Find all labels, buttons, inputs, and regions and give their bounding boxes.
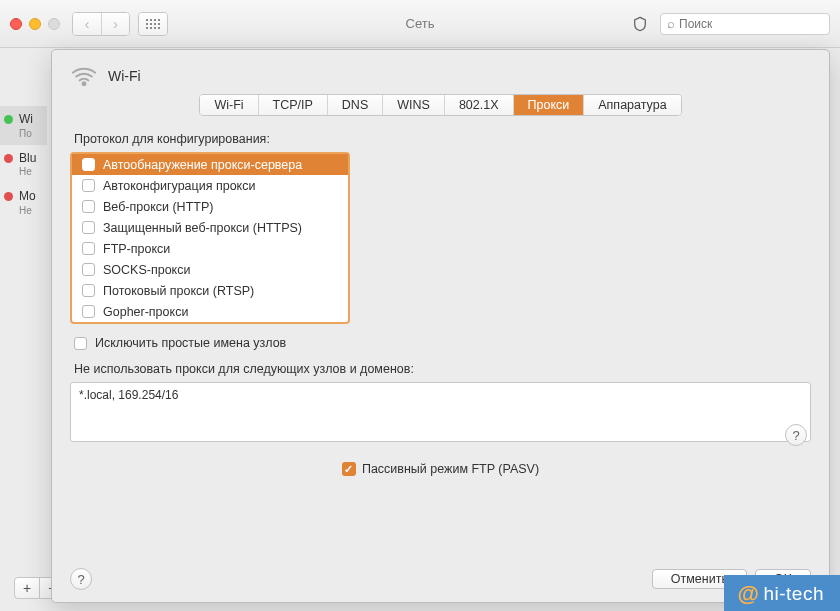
protocol-list: Автообнаружение прокси-сервера Автоконфи… — [70, 152, 350, 324]
tab-tcpip[interactable]: TCP/IP — [258, 95, 327, 115]
watermark: @hi-tech — [724, 575, 840, 611]
sidebar-item-modem[interactable]: MoНе — [0, 183, 47, 222]
grid-icon — [146, 19, 160, 29]
back-button[interactable]: ‹ — [73, 13, 101, 35]
close-window-button[interactable] — [10, 18, 22, 30]
tab-wifi[interactable]: Wi-Fi — [200, 95, 257, 115]
search-icon: ⌕ — [667, 16, 675, 31]
tab-row: Wi-Fi TCP/IP DNS WINS 802.1X Прокси Аппа… — [199, 94, 681, 116]
checkbox[interactable] — [82, 263, 95, 276]
checkbox[interactable] — [74, 337, 87, 350]
search-field[interactable]: ⌕ — [660, 13, 830, 35]
shield-icon[interactable] — [632, 16, 648, 32]
zoom-window-button[interactable] — [48, 18, 60, 30]
checkbox-checked[interactable] — [342, 462, 356, 476]
bypass-textarea[interactable] — [70, 382, 811, 442]
protocol-item-rtsp[interactable]: Потоковый прокси (RTSP) — [72, 280, 348, 301]
tab-8021x[interactable]: 802.1X — [444, 95, 513, 115]
nav-buttons: ‹ › — [72, 12, 130, 36]
toolbar: ‹ › Сеть ⌕ — [0, 0, 840, 48]
protocol-item-https[interactable]: Защищенный веб-прокси (HTTPS) — [72, 217, 348, 238]
tab-wins[interactable]: WINS — [382, 95, 444, 115]
settings-sheet: Wi-Fi Wi-Fi TCP/IP DNS WINS 802.1X Прокс… — [51, 49, 830, 603]
checkbox[interactable] — [82, 200, 95, 213]
search-input[interactable] — [679, 17, 823, 31]
checkbox[interactable] — [82, 305, 95, 318]
tab-proxy[interactable]: Прокси — [513, 95, 584, 115]
exclude-simple-checkbox[interactable]: Исключить простые имена узлов — [74, 336, 811, 350]
sheet-title: Wi-Fi — [108, 68, 141, 84]
tab-dns[interactable]: DNS — [327, 95, 382, 115]
sidebar-item-label: Mo — [19, 189, 36, 205]
sidebar-item-label: Blu — [19, 151, 36, 167]
sidebar-item-bluetooth[interactable]: BluНе — [0, 145, 47, 184]
sidebar-item-label: Wi — [19, 112, 33, 128]
window-title: Сеть — [406, 16, 435, 31]
sidebar-item-wifi[interactable]: WiПо — [0, 106, 47, 145]
forward-button[interactable]: › — [101, 13, 129, 35]
checkbox[interactable] — [82, 242, 95, 255]
add-service-button[interactable]: + — [14, 577, 40, 599]
checkbox[interactable] — [82, 284, 95, 297]
protocol-item-autodetect[interactable]: Автообнаружение прокси-сервера — [72, 154, 348, 175]
sidebar: WiПо BluНе MoНе — [0, 48, 47, 611]
chevron-right-icon: › — [113, 16, 118, 31]
checkbox[interactable] — [82, 158, 95, 171]
protocol-item-http[interactable]: Веб-прокси (HTTP) — [72, 196, 348, 217]
chevron-left-icon: ‹ — [85, 16, 90, 31]
bypass-label: Не использовать прокси для следующих узл… — [74, 362, 811, 376]
wifi-icon — [70, 66, 98, 86]
protocol-item-socks[interactable]: SOCKS-прокси — [72, 259, 348, 280]
status-dot — [4, 115, 13, 124]
help-button-inline[interactable]: ? — [785, 424, 807, 446]
tab-hardware[interactable]: Аппаратура — [583, 95, 680, 115]
pasv-checkbox[interactable]: Пассивный режим FTP (PASV) — [70, 462, 811, 476]
protocol-section-label: Протокол для конфигурирования: — [74, 132, 811, 146]
checkbox[interactable] — [82, 179, 95, 192]
protocol-item-ftp[interactable]: FTP-прокси — [72, 238, 348, 259]
checkbox[interactable] — [82, 221, 95, 234]
protocol-item-gopher[interactable]: Gopher-прокси — [72, 301, 348, 322]
help-button[interactable]: ? — [70, 568, 92, 590]
svg-point-0 — [83, 82, 86, 85]
status-dot — [4, 154, 13, 163]
minimize-window-button[interactable] — [29, 18, 41, 30]
status-dot — [4, 192, 13, 201]
protocol-item-autoconfig[interactable]: Автоконфигурация прокси — [72, 175, 348, 196]
traffic-lights — [10, 18, 60, 30]
show-all-button[interactable] — [138, 12, 168, 36]
